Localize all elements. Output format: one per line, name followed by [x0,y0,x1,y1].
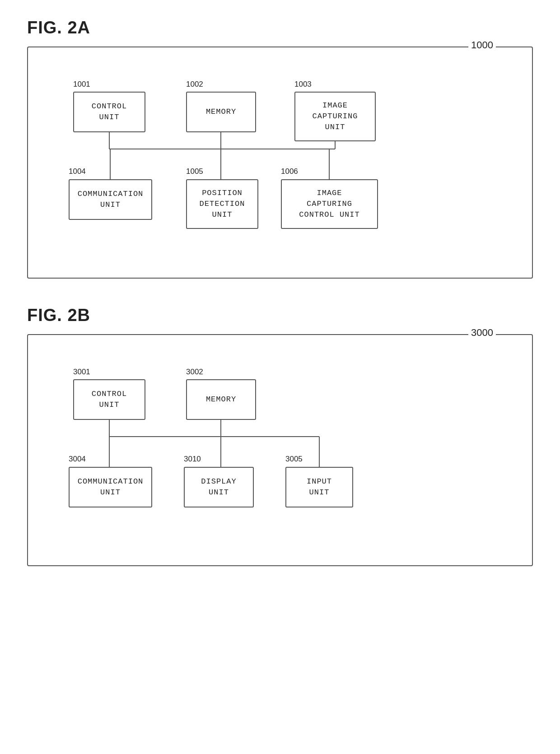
node-label-3005: 3005 [285,455,303,464]
node-label-3001: 3001 [73,368,90,377]
node-label-1004: 1004 [69,167,86,176]
diagram-2a: 1000 1001 CONTROL UNIT 1002 MEMORY 1003 … [27,47,533,279]
unit-box-3010: DISPLAY UNIT [184,467,254,507]
node-label-3004: 3004 [69,455,86,464]
figure-2b-section: FIG. 2B 3000 3001 CONTROL UNIT 3002 MEMO… [27,306,533,566]
node-label-1002: 1002 [186,80,203,89]
node-label-3002: 3002 [186,368,203,377]
diagram-2a-inner: 1001 CONTROL UNIT 1002 MEMORY 1003 IMAGE… [46,70,514,260]
unit-box-3001: CONTROL UNIT [73,379,145,420]
unit-box-3002: MEMORY [186,379,256,420]
unit-box-1004: COMMUNICATION UNIT [69,179,152,220]
figure-2a-label: FIG. 2A [27,18,533,37]
node-label-3010: 3010 [184,455,201,464]
unit-box-3005: INPUT UNIT [285,467,353,507]
unit-box-3004: COMMUNICATION UNIT [69,467,152,507]
unit-box-1003: IMAGE CAPTURING UNIT [294,92,376,141]
unit-box-1006: IMAGE CAPTURING CONTROL UNIT [281,179,378,229]
node-label-1001: 1001 [73,80,90,89]
diagram-2a-id: 1000 [468,39,496,51]
diagram-2b-id: 3000 [468,327,496,339]
node-label-1003: 1003 [294,80,312,89]
unit-box-1001: CONTROL UNIT [73,92,145,132]
node-label-1005: 1005 [186,167,203,176]
unit-box-1002: MEMORY [186,92,256,132]
diagram-2b: 3000 3001 CONTROL UNIT 3002 MEMORY 3004 … [27,334,533,566]
unit-box-1005: POSITION DETECTION UNIT [186,179,258,229]
node-label-1006: 1006 [281,167,298,176]
diagram-2b-inner: 3001 CONTROL UNIT 3002 MEMORY 3004 COMMU… [46,358,514,547]
figure-2b-label: FIG. 2B [27,306,533,325]
figure-2a-section: FIG. 2A 1000 1001 CONTROL UNIT 1002 MEMO… [27,18,533,279]
